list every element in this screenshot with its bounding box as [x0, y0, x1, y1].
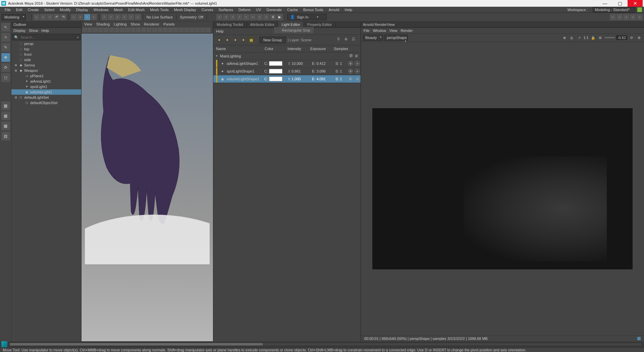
tab-property-editor[interactable]: Property Editor	[304, 21, 335, 28]
vp-tool-icon[interactable]	[168, 28, 173, 33]
vp-menu-view[interactable]: View	[84, 22, 92, 26]
menu-arnold[interactable]: Arnold	[326, 8, 342, 12]
vp-tool-icon[interactable]	[98, 28, 103, 33]
refresh-icon[interactable]: ⟳	[629, 35, 635, 41]
render-view-area[interactable]	[361, 42, 644, 336]
search-dropdown-icon[interactable]: ▾	[75, 36, 80, 39]
move-tool-icon[interactable]: ✥	[1, 53, 10, 62]
undo-icon[interactable]: ↶	[54, 14, 60, 20]
redo-icon[interactable]: ↷	[60, 14, 66, 20]
paint-tool-icon[interactable]: ✎	[1, 43, 10, 52]
arnold-menu-render[interactable]: Render	[401, 29, 413, 33]
menu-generate[interactable]: Generate	[264, 8, 284, 12]
render-icon[interactable]: ▫	[637, 14, 643, 20]
snap-plane-icon[interactable]: ▫	[121, 14, 127, 20]
vp-tool-icon[interactable]	[130, 28, 136, 33]
menu-meshdisplay[interactable]: Mesh Display	[171, 8, 199, 12]
vp-menu-panels[interactable]: Panels	[163, 22, 175, 26]
isolate-toggle-icon[interactable]: ⊘	[355, 69, 360, 74]
viewport-canvas[interactable]	[82, 34, 213, 341]
snap-curve-icon[interactable]: ▫	[108, 14, 114, 20]
maya-logo-icon[interactable]	[1, 341, 7, 347]
vp-menu-show[interactable]: Show	[131, 22, 140, 26]
tab-attribute-editor[interactable]: Attribute Editor	[247, 21, 278, 28]
outliner-item[interactable]: ✦aiAreaLight1	[11, 79, 81, 84]
exposure-value[interactable]: E: 0.412	[312, 61, 329, 65]
light-type-icon[interactable]: ✦	[232, 37, 238, 43]
outliner-item[interactable]: ✦spotLight1	[11, 84, 81, 89]
enable-toggle-icon[interactable]: ⦿	[349, 54, 353, 58]
shelf-toggle-icon[interactable]: ▦	[1, 101, 10, 110]
col-color[interactable]: Color	[265, 47, 287, 51]
close-button[interactable]: ✕	[628, 0, 643, 7]
arnold-menu-view[interactable]: View	[389, 29, 397, 33]
outliner-item[interactable]: ⊞⬡defaultLightSet	[11, 95, 81, 100]
expand-icon[interactable]: ⊞	[14, 96, 17, 99]
save-scene-icon[interactable]: ▫	[47, 14, 53, 20]
lock-icon[interactable]: 🔒	[590, 35, 596, 41]
snap-point-icon[interactable]: ▫	[115, 14, 121, 20]
render-icon[interactable]: ▫	[610, 14, 616, 20]
menu-bonustools[interactable]: Bonus Tools	[301, 8, 326, 12]
new-scene-icon[interactable]: ▫	[34, 14, 40, 20]
select-mode-icon[interactable]: ▫	[71, 14, 77, 20]
vp-tool-icon[interactable]	[195, 28, 200, 33]
signin-button[interactable]: 👤 Sign In ▾	[287, 14, 327, 20]
snap-grid-icon[interactable]: ▫	[101, 14, 107, 20]
expand-icon[interactable]: ⊞	[14, 69, 17, 72]
select-tool-icon[interactable]: ↖	[1, 23, 10, 32]
outliner-item[interactable]: ▱pPlane1	[11, 73, 81, 79]
samples-value[interactable]: S: 1	[335, 77, 346, 81]
vp-tool-icon[interactable]	[190, 28, 195, 33]
shelf-toggle-icon[interactable]: ▦	[1, 112, 10, 120]
outliner-item[interactable]: ⊞◆Senna	[11, 62, 81, 68]
col-name[interactable]: Name	[216, 47, 265, 51]
menu-mesh[interactable]: Mesh	[111, 8, 125, 12]
panel-layout-icon[interactable]: ▤	[1, 132, 10, 140]
list-icon[interactable]: ☰	[352, 37, 358, 43]
playback-icon[interactable]: ▫	[257, 14, 263, 20]
col-intensity[interactable]: Intensity	[287, 47, 310, 51]
vp-tool-icon[interactable]	[173, 28, 178, 33]
maximize-button[interactable]: ▢	[612, 0, 628, 7]
outliner-search[interactable]: 🔍 ▾	[12, 34, 80, 40]
menu-meshtools[interactable]: Mesh Tools	[147, 8, 171, 12]
playback-icon[interactable]: ▫	[263, 14, 269, 20]
samples-value[interactable]: S: 1	[335, 69, 346, 73]
add-icon[interactable]: ⊕	[344, 37, 351, 43]
playback-icon[interactable]: ▫	[223, 14, 229, 20]
open-scene-icon[interactable]: ▫	[40, 14, 46, 20]
light-type-icon[interactable]: ✦	[216, 37, 222, 43]
live-surface-label[interactable]: No Live Surface	[145, 15, 174, 19]
color-swatch[interactable]	[269, 77, 282, 81]
tab-light-editor[interactable]: Light Editor	[278, 21, 304, 28]
lasso-tool-icon[interactable]: ✧	[1, 33, 10, 42]
exposure-slider[interactable]	[605, 37, 615, 38]
vp-tool-icon[interactable]	[163, 28, 168, 33]
col-exposure[interactable]: Exposure	[310, 47, 334, 51]
vp-tool-icon[interactable]	[82, 28, 87, 33]
light-type-icon[interactable]: ▦	[248, 37, 254, 43]
menu-create[interactable]: Create	[25, 8, 42, 12]
vp-tool-icon[interactable]	[104, 28, 109, 33]
vp-menu-shading[interactable]: Shading	[96, 22, 110, 26]
menu-modify[interactable]: Modify	[57, 8, 73, 12]
vp-tool-icon[interactable]	[179, 28, 184, 33]
enable-toggle-icon[interactable]: ⦿	[348, 61, 353, 66]
light-row[interactable]: ✦ spotLightShape1 C: I: 0.861 E: 3.086 S…	[213, 68, 361, 75]
vp-tool-icon[interactable]	[152, 28, 157, 33]
menu-display[interactable]: Display	[73, 8, 91, 12]
le-help-menu[interactable]: Help	[216, 29, 224, 33]
vp-tool-icon[interactable]	[184, 28, 189, 33]
samples-value[interactable]: S: 1	[335, 61, 346, 65]
target-icon[interactable]: ◎	[569, 35, 575, 41]
light-type-icon[interactable]: ✦	[224, 37, 230, 43]
intensity-value[interactable]: I: 0.861	[288, 69, 306, 73]
isolate-toggle-icon[interactable]: ⊘	[355, 77, 360, 81]
minimize-button[interactable]: —	[597, 0, 612, 7]
aov-dropdown[interactable]: Beauty	[363, 35, 383, 41]
color-swatch[interactable]	[269, 61, 282, 66]
light-row[interactable]: ◉ volumeLightShape1 C: I: 1.000 E: 4.091…	[213, 75, 361, 83]
outliner-item[interactable]: ⊞◆Weapon	[11, 68, 81, 73]
light-row[interactable]: ✦ aiAreaLightShape1 C: I: 10.000 E: 0.41…	[213, 60, 361, 68]
